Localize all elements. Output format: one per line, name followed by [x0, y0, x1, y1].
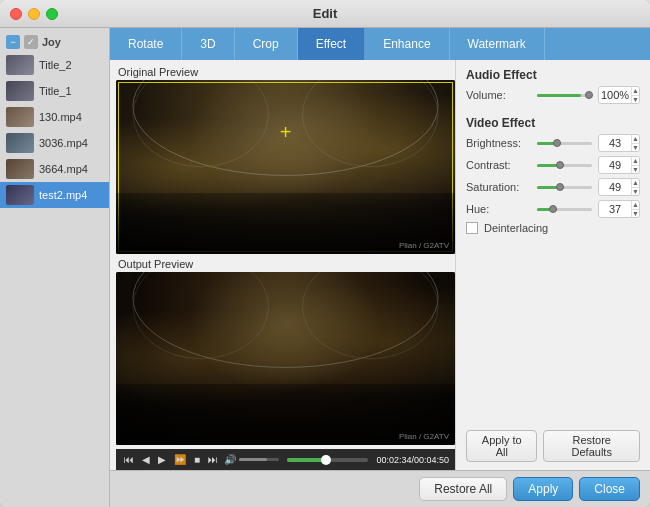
saturation-slider-container [537, 186, 592, 189]
brightness-slider-track[interactable] [537, 142, 592, 145]
brightness-value-display: 43 ▲ ▼ [598, 134, 640, 152]
contrast-arrows[interactable]: ▲ ▼ [631, 157, 639, 173]
btn-skip-forward[interactable]: ⏭ [206, 453, 220, 466]
output-arch-svg [116, 272, 455, 446]
sidebar-thumb-title2 [6, 55, 34, 75]
right-panel: Rotate 3D Crop Effect Enhance Watermark [110, 28, 650, 507]
volume-down-arrow[interactable]: ▼ [632, 96, 639, 104]
volume-slider-container [537, 94, 592, 97]
window-title: Edit [313, 6, 338, 21]
saturation-slider-track[interactable] [537, 186, 592, 189]
time-display: 00:02:34/00:04:50 [376, 455, 449, 465]
hue-slider-container [537, 208, 592, 211]
sidebar-check-btn[interactable]: ✓ [24, 35, 38, 49]
arch-svg [116, 80, 455, 254]
btn-step-back[interactable]: ◀ [140, 453, 152, 466]
close-button[interactable]: Close [579, 477, 640, 501]
volume-row: Volume: 100% ▲ [466, 86, 640, 104]
saturation-arrows[interactable]: ▲ ▼ [631, 179, 639, 195]
time-current: 00:02:34 [376, 455, 411, 465]
volume-bar[interactable] [239, 458, 279, 461]
contrast-slider-thumb [556, 161, 564, 169]
sidebar-item-label-3036mp4: 3036.mp4 [39, 137, 88, 149]
minimize-traffic-light[interactable] [28, 8, 40, 20]
saturation-up-arrow[interactable]: ▲ [632, 179, 639, 188]
btn-skip-back[interactable]: ⏮ [122, 453, 136, 466]
volume-fill [239, 458, 267, 461]
hue-up-arrow[interactable]: ▲ [632, 201, 639, 210]
brightness-value: 43 [599, 137, 631, 149]
tab-effect[interactable]: Effect [298, 28, 365, 60]
tab-3d[interactable]: 3D [182, 28, 234, 60]
apply-restore-row: Apply to All Restore Defaults [466, 422, 640, 462]
video-effect-title: Video Effect [466, 116, 640, 130]
original-preview-label: Original Preview [116, 66, 455, 78]
restore-defaults-button[interactable]: Restore Defaults [543, 430, 640, 462]
original-scene: + Plian / G2ATV [116, 80, 455, 254]
apply-button[interactable]: Apply [513, 477, 573, 501]
sidebar-thumb-test2mp4 [6, 185, 34, 205]
sidebar-thumb-3664mp4 [6, 159, 34, 179]
tab-rotate[interactable]: Rotate [110, 28, 182, 60]
maximize-traffic-light[interactable] [46, 8, 58, 20]
tab-bar: Rotate 3D Crop Effect Enhance Watermark [110, 28, 650, 60]
contrast-value-display: 49 ▲ ▼ [598, 156, 640, 174]
sidebar-item-3036mp4[interactable]: 3036.mp4 [0, 130, 109, 156]
contrast-slider-track[interactable] [537, 164, 592, 167]
deinterlacing-checkbox[interactable] [466, 222, 478, 234]
contrast-up-arrow[interactable]: ▲ [632, 157, 639, 166]
volume-slider-track[interactable] [537, 94, 592, 97]
sidebar-item-label-130mp4: 130.mp4 [39, 111, 82, 123]
video-effect-section: Video Effect Brightness: 4 [466, 116, 640, 234]
contrast-value: 49 [599, 159, 631, 171]
brightness-label: Brightness: [466, 137, 531, 149]
sidebar-item-3664mp4[interactable]: 3664.mp4 [0, 156, 109, 182]
brightness-up-arrow[interactable]: ▲ [632, 135, 639, 144]
sidebar-item-test2mp4[interactable]: test2.mp4 [0, 182, 109, 208]
sidebar-thumb-130mp4 [6, 107, 34, 127]
svg-point-4 [133, 272, 269, 359]
btn-play[interactable]: ▶ [156, 453, 168, 466]
content-area: Original Preview + [110, 60, 650, 470]
brightness-down-arrow[interactable]: ▼ [632, 144, 639, 152]
saturation-value: 49 [599, 181, 631, 193]
sidebar-item-title1[interactable]: Title_1 [0, 78, 109, 104]
sidebar-item-130mp4[interactable]: 130.mp4 [0, 104, 109, 130]
volume-slider-thumb [585, 91, 593, 99]
volume-up-arrow[interactable]: ▲ [632, 87, 639, 96]
hue-arrows[interactable]: ▲ ▼ [631, 201, 639, 217]
apply-to-all-button[interactable]: Apply to All [466, 430, 537, 462]
saturation-down-arrow[interactable]: ▼ [632, 188, 639, 196]
btn-fast-forward[interactable]: ⏩ [172, 453, 188, 466]
hue-row: Hue: 37 ▲ ▼ [466, 200, 640, 218]
tab-enhance[interactable]: Enhance [365, 28, 449, 60]
sidebar-thumb-3036mp4 [6, 133, 34, 153]
volume-container: 🔊 [224, 454, 279, 465]
svg-point-3 [133, 272, 438, 367]
volume-value-display: 100% ▲ ▼ [598, 86, 640, 104]
progress-thumb [321, 455, 331, 465]
brightness-slider-thumb [553, 139, 561, 147]
output-scene: Plian / G2ATV [116, 272, 455, 446]
contrast-down-arrow[interactable]: ▼ [632, 166, 639, 174]
hue-down-arrow[interactable]: ▼ [632, 210, 639, 218]
title-bar: Edit [0, 0, 650, 28]
tab-watermark[interactable]: Watermark [450, 28, 545, 60]
progress-bar[interactable] [287, 458, 368, 462]
sidebar-item-title2[interactable]: Title_2 [0, 52, 109, 78]
hue-slider-track[interactable] [537, 208, 592, 211]
brightness-arrows[interactable]: ▲ ▼ [631, 135, 639, 151]
restore-all-button[interactable]: Restore All [419, 477, 507, 501]
sidebar-group-label: Joy [42, 36, 61, 48]
main-content: − ✓ Joy Title_2 Title_1 130. [0, 28, 650, 507]
svg-point-2 [302, 80, 438, 167]
controls-panel: Audio Effect Volume: 100% [455, 60, 650, 470]
volume-arrows[interactable]: ▲ ▼ [631, 87, 639, 103]
saturation-label: Saturation: [466, 181, 531, 193]
contrast-slider-container [537, 164, 592, 167]
close-traffic-light[interactable] [10, 8, 22, 20]
traffic-lights [10, 8, 58, 20]
sidebar-minus-btn[interactable]: − [6, 35, 20, 49]
tab-crop[interactable]: Crop [235, 28, 298, 60]
btn-stop[interactable]: ■ [192, 453, 202, 466]
